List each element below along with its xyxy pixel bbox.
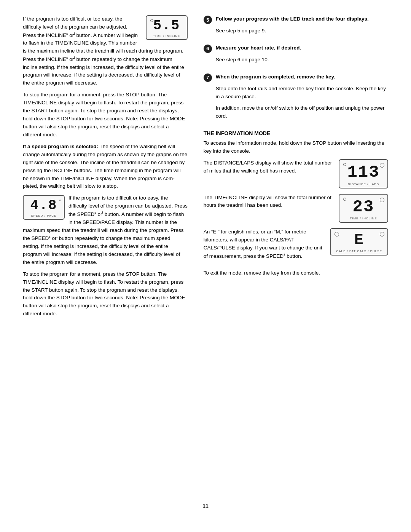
angle-indicator-2: ° [59, 199, 61, 203]
para5-text: To stop the program for a moment, press … [23, 270, 188, 318]
time-incline-display-1: 5.5 TIME / INCLINE [146, 15, 188, 40]
time-para: The TIME/INCLINE display will show the t… [204, 194, 333, 210]
right-column: 5 Follow your progress with the LED trac… [198, 15, 388, 494]
lcd-label-1: TIME / INCLINE [153, 34, 180, 38]
lcd-label-dist: DISTANCE / LAPS [348, 182, 379, 186]
lcd-number-1: 5.5 [153, 18, 180, 34]
time-display-row: The TIME/INCLINE display will show the t… [204, 194, 388, 223]
step7-title: When the program is completed, remove th… [216, 73, 388, 81]
distance-display-row: The DISTANCE/LAPS display will show the … [204, 159, 388, 188]
time-text: The TIME/INCLINE display will show the t… [204, 194, 333, 214]
para1-block: 5.5 TIME / INCLINE If the program is too… [23, 15, 188, 91]
step6-content: Measure your heart rate, if desired. See… [216, 44, 388, 68]
distance-display: 113 DISTANCE / LAPS [339, 159, 388, 188]
info-mode-heading: THE INFORMATION MODE [204, 130, 388, 136]
step5-row: 5 Follow your progress with the LED trac… [204, 15, 388, 39]
distance-text: The DISTANCE/LAPS display will show the … [204, 159, 333, 179]
dot-indicator [150, 19, 153, 22]
lcd-number-cals: E [354, 232, 364, 249]
time-display-box-img: 23 TIME / INCLINE [339, 194, 388, 223]
speed-pace-display: 4.8 SPEED / PACE ° [23, 195, 65, 220]
step5-circle: 5 [204, 16, 212, 24]
step5-content: Follow your progress with the LED track … [216, 15, 388, 39]
info-mode-intro: To access the information mode, hold dow… [204, 139, 388, 155]
step5-title: Follow your progress with the LED track … [216, 15, 388, 23]
cals-text: An “E,” for english miles, or an “M,” fo… [204, 228, 325, 264]
page-number: 11 [202, 503, 209, 509]
step7-content: When the program is completed, remove th… [216, 73, 388, 125]
content: 5.5 TIME / INCLINE If the program is too… [23, 15, 388, 494]
step6-row: 6 Measure your heart rate, if desired. S… [204, 44, 388, 68]
distance-para: The DISTANCE/LAPS display will show the … [204, 159, 333, 175]
step7-para2: In addition, move the on/off switch to t… [216, 104, 388, 120]
page-footer: 11 [23, 503, 388, 509]
distance-display-box: 113 DISTANCE / LAPS [339, 159, 388, 188]
step6-ref: See step 6 on page 10. [216, 56, 388, 64]
step6-title: Measure your heart rate, if desired. [216, 44, 388, 52]
exit-para: To exit the mode, remove the key from th… [204, 269, 388, 277]
para3-text: If a speed program is selected: The spee… [23, 143, 188, 191]
step6-circle: 6 [204, 45, 212, 53]
circle-indicator-time [380, 198, 384, 202]
lcd-label-2: SPEED / PACE [31, 214, 57, 217]
circle-indicator-cals-l [335, 232, 339, 236]
step5-ref: See step 5 on page 9. [216, 27, 388, 35]
dot-indicator-dist [343, 163, 346, 166]
para2-text: To stop the program for a moment, press … [23, 91, 188, 139]
cals-display-row: An “E,” for english miles, or an “M,” fo… [204, 228, 388, 264]
lcd-label-time: TIME / INCLINE [350, 217, 377, 220]
time-display-2: 23 TIME / INCLINE [339, 194, 388, 223]
step7-circle: 7 [204, 73, 212, 82]
circle-indicator-dist [380, 163, 384, 168]
circle-indicator-cals-r [380, 232, 384, 236]
lcd-label-cals: CALS / FAT CALS / PULSE [336, 249, 382, 253]
step7-para1: Step onto the foot rails and remove the … [216, 85, 388, 101]
lcd-number-dist: 113 [347, 163, 379, 181]
dot-indicator-time [343, 198, 346, 201]
cals-display-box-img: E CALS / FAT CALS / PULSE [330, 228, 388, 256]
lcd-number-2: 4.8 [30, 198, 57, 213]
para4-block: 4.8 SPEED / PACE ° If the program is too… [23, 194, 188, 270]
cals-display: E CALS / FAT CALS / PULSE [330, 228, 388, 256]
page: 5.5 TIME / INCLINE If the program is too… [0, 0, 411, 532]
cals-para: An “E,” for english miles, or an “M,” fo… [204, 228, 325, 260]
step7-row: 7 When the program is completed, remove … [204, 73, 388, 125]
lcd-number-time: 23 [353, 198, 374, 216]
left-column: 5.5 TIME / INCLINE If the program is too… [23, 15, 198, 494]
